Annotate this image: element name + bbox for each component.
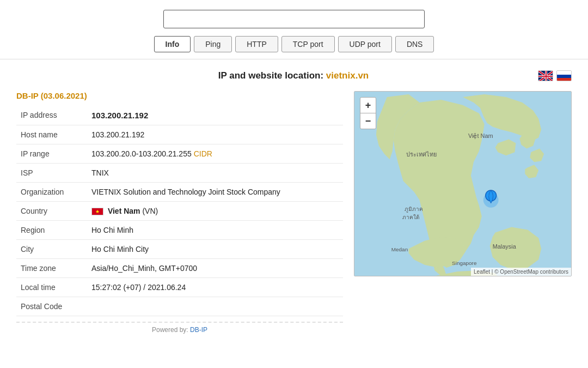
main-content: IP and website location: vietnix.vn	[0, 59, 588, 345]
tab-bar: Info Ping HTTP TCP port UDP port DNS	[154, 36, 434, 52]
svg-text:ประเทศไทย: ประเทศไทย	[406, 151, 437, 158]
db-header: DB-IP (03.06.2021)	[16, 91, 343, 100]
row-value: 103.200.21.192	[87, 125, 343, 144]
table-row: IP range 103.200.20.0-103.200.21.255 CID…	[16, 144, 343, 164]
powered-link[interactable]: DB-IP	[190, 326, 207, 334]
svg-rect-8	[546, 71, 547, 81]
row-label: Time zone	[16, 259, 87, 278]
row-label: Region	[16, 221, 87, 240]
search-section: vietnix.vn Info Ping HTTP TCP port UDP p…	[0, 0, 588, 59]
data-map-row: DB-IP (03.06.2021) IP address 103.200.21…	[16, 91, 572, 334]
svg-rect-10	[557, 75, 572, 79]
hostname-highlight: vietnix.vn	[326, 70, 369, 81]
title-text: IP and website location:	[218, 70, 326, 81]
table-row: Postal Code	[16, 297, 343, 316]
svg-text:ภูมิภาค: ภูมิภาค	[405, 206, 423, 213]
table-row: ISP TNIX	[16, 164, 343, 183]
row-label: Host name	[16, 125, 87, 144]
svg-text:Medan: Medan	[391, 246, 408, 252]
map-section: + −	[354, 91, 572, 334]
flag-en[interactable]	[538, 70, 553, 81]
map-container[interactable]: + −	[354, 91, 572, 276]
svg-text:ภาคใต้: ภาคใต้	[402, 214, 419, 220]
row-label: Postal Code	[16, 297, 87, 316]
map-svg: ประเทศไทย Việt Nam ภูมิภาค ภาคใต้ Malays…	[354, 92, 571, 276]
table-row: Time zone Asia/Ho_Chi_Minh, GMT+0700	[16, 259, 343, 278]
row-label: ISP	[16, 164, 87, 183]
table-row: City Ho Chi Minh City	[16, 240, 343, 259]
row-value: ★ Viet Nam (VN)	[87, 202, 343, 221]
row-label: IP range	[16, 144, 87, 164]
info-section: DB-IP (03.06.2021) IP address 103.200.21…	[16, 91, 343, 334]
language-flags	[538, 70, 572, 81]
row-value	[87, 297, 343, 316]
page-title: IP and website location: vietnix.vn	[49, 70, 538, 81]
tab-dns[interactable]: DNS	[395, 36, 434, 52]
info-table: IP address 103.200.21.192 Host name 103.…	[16, 106, 343, 316]
flag-ru[interactable]	[556, 70, 572, 81]
title-row: IP and website location: vietnix.vn	[16, 70, 572, 81]
svg-text:Việt Nam: Việt Nam	[468, 132, 493, 140]
tab-http[interactable]: HTTP	[235, 36, 278, 52]
tab-ping[interactable]: Ping	[194, 36, 232, 52]
row-value: Ho Chi Minh City	[87, 240, 343, 259]
flag-vn: ★	[91, 208, 103, 215]
tab-tcp[interactable]: TCP port	[281, 36, 335, 52]
row-value: 103.200.20.0-103.200.21.255 CIDR	[87, 144, 343, 164]
row-value: 15:27:02 (+07) / 2021.06.24	[87, 278, 343, 297]
country-code: (VN)	[142, 207, 158, 215]
zoom-in-button[interactable]: +	[360, 98, 376, 113]
map-zoom-controls: + −	[360, 97, 376, 129]
row-value: TNIX	[87, 164, 343, 183]
row-label: Country	[16, 202, 87, 221]
row-label: City	[16, 240, 87, 259]
search-input[interactable]: vietnix.vn	[163, 10, 425, 28]
table-row: IP address 103.200.21.192	[16, 106, 343, 125]
cidr-link[interactable]: CIDR	[194, 149, 212, 158]
svg-text:Singapore: Singapore	[452, 260, 477, 266]
svg-rect-11	[557, 78, 572, 81]
table-row: Region Ho Chi Minh	[16, 221, 343, 240]
powered-by: Powered by: DB-IP	[16, 322, 343, 334]
tab-udp[interactable]: UDP port	[338, 36, 392, 52]
table-row: Host name 103.200.21.192	[16, 125, 343, 144]
country-name: Viet Nam	[108, 207, 140, 215]
svg-text:Malaysia: Malaysia	[493, 243, 517, 250]
leaflet-label: Leaflet | © OpenStreetMap contributors	[474, 269, 568, 275]
row-label: IP address	[16, 106, 87, 125]
row-value: VIETNIX Solution and Technology Joint St…	[87, 183, 343, 202]
row-label: Local time	[16, 278, 87, 297]
table-row: Country ★ Viet Nam (VN)	[16, 202, 343, 221]
zoom-out-button[interactable]: −	[360, 113, 376, 129]
tab-info[interactable]: Info	[154, 36, 191, 52]
row-label: Organization	[16, 183, 87, 202]
row-value: Ho Chi Minh	[87, 221, 343, 240]
table-row: Organization VIETNIX Solution and Techno…	[16, 183, 343, 202]
row-value: 103.200.21.192	[87, 106, 343, 125]
row-value: Asia/Ho_Chi_Minh, GMT+0700	[87, 259, 343, 278]
table-row: Local time 15:27:02 (+07) / 2021.06.24	[16, 278, 343, 297]
map-attribution: Leaflet | © OpenStreetMap contributors	[471, 268, 571, 276]
